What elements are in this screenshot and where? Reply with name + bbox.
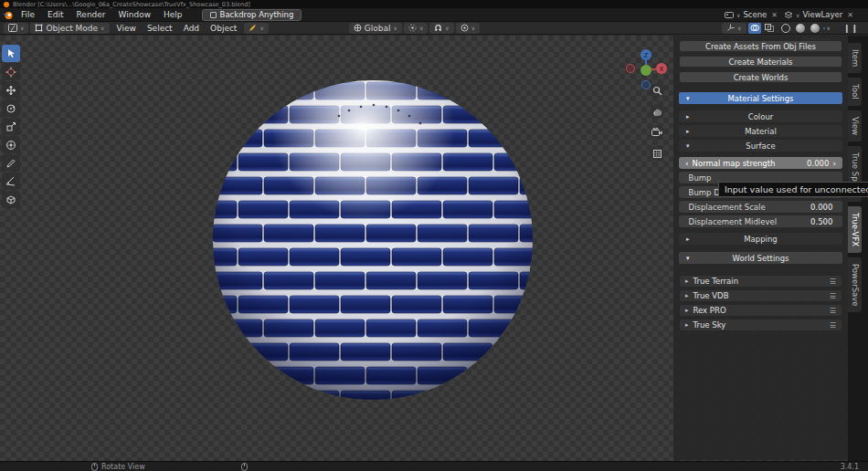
- section-header[interactable]: Material: [679, 125, 842, 137]
- viewport-menu-item[interactable]: View: [111, 24, 142, 33]
- shading-material-button[interactable]: [809, 23, 821, 34]
- close-icon[interactable]: ✕: [769, 11, 779, 19]
- scene-selector[interactable]: ∨ Scene ✕: [725, 10, 779, 19]
- addon-panels: ▸ True Terrain ☰ ▸ True VDB ☰ ▸ Rex PRO …: [679, 273, 842, 333]
- sidebar-tab[interactable]: PowerSave: [848, 257, 862, 313]
- overlays-toggle[interactable]: [748, 23, 761, 34]
- menu-item[interactable]: Window: [112, 10, 158, 19]
- addon-panel-header[interactable]: ▸ Rex PRO ☰: [679, 304, 842, 317]
- tool-select-box[interactable]: [2, 45, 20, 62]
- sidebar-tab[interactable]: View: [848, 110, 862, 141]
- menu-item[interactable]: Help: [157, 10, 189, 19]
- tool-transform[interactable]: [2, 136, 20, 153]
- panel-menu-icon[interactable]: ☰: [830, 307, 836, 315]
- panel-menu-icon[interactable]: ☰: [830, 321, 836, 330]
- viewport-menu-item[interactable]: Select: [142, 24, 178, 33]
- sidebar-tab[interactable]: Item: [848, 43, 862, 73]
- action-button[interactable]: Create Materials: [679, 56, 842, 68]
- blender-window: Blender [C:\Users\...\Google_06a_CreateS…: [0, 0, 868, 471]
- view-controls: [650, 83, 664, 161]
- section-header[interactable]: Colour: [679, 110, 842, 122]
- pivot-point-dropdown[interactable]: ∨: [404, 23, 428, 34]
- perspective-toggle-button[interactable]: [650, 146, 664, 161]
- chevron-down-icon: ∨: [259, 25, 263, 31]
- mode-label: Object Mode: [46, 24, 98, 33]
- field-label: Bump: [689, 173, 712, 183]
- action-button[interactable]: Create Assets From Obj Files: [679, 40, 842, 52]
- mapping-label: Mapping: [679, 235, 842, 244]
- tool-cursor[interactable]: [2, 63, 20, 80]
- brush-dropdown[interactable]: ∨: [244, 23, 268, 34]
- mouse-icon: [241, 463, 248, 471]
- shading-rendered-button[interactable]: [823, 27, 825, 29]
- viewport-header: ∨ Object Mode ∨ ViewSelectAddObject ∨ Gl…: [0, 21, 868, 35]
- addon-panel-header[interactable]: ▸ True Sky ☰: [679, 319, 842, 331]
- snapping-dropdown[interactable]: ∨: [429, 23, 453, 34]
- overlays-icon: [750, 24, 759, 32]
- increment-arrow-icon[interactable]: ›: [832, 159, 836, 168]
- tool-rotate[interactable]: [2, 99, 20, 117]
- decrement-arrow-icon[interactable]: ‹: [685, 159, 689, 168]
- tool-move[interactable]: [2, 81, 20, 99]
- zoom-view-button[interactable]: [650, 83, 664, 98]
- panel-menu-icon[interactable]: ☰: [830, 292, 836, 300]
- sidebar-tab-column: ItemToolViewTrue SpaceTrue-VFXPowerSave: [848, 36, 868, 461]
- shading-solid-button[interactable]: [794, 23, 807, 34]
- chevron-down-icon: ∨: [394, 25, 397, 31]
- field-label: Displacement Midlevel: [689, 217, 777, 226]
- value-slider[interactable]: ‹ Normal map strength 0.000 ›: [679, 157, 842, 169]
- tooltip-text: Input value used for unconnected socket.: [725, 184, 868, 194]
- section-header[interactable]: Surface: [679, 140, 842, 152]
- mouse-hint-secondary: [241, 463, 248, 471]
- brush-icon: [249, 24, 257, 32]
- panel-menu-icon[interactable]: ☰: [830, 277, 836, 286]
- chevron-down-icon: ∨: [796, 12, 799, 18]
- viewlayer-icon: [784, 11, 793, 19]
- tool-annotate[interactable]: [2, 154, 20, 172]
- tool-measure[interactable]: [2, 173, 20, 190]
- material-settings-header[interactable]: ▾ Material Settings: [679, 92, 842, 104]
- tool-add-primitive[interactable]: [2, 191, 20, 208]
- triangle-icon: [686, 113, 690, 120]
- transform-orientation-dropdown[interactable]: Global ∨: [349, 23, 402, 34]
- scene-viewlayer-selectors: ∨ Scene ✕ ∨ ViewLayer ✕: [725, 10, 868, 19]
- chevron-down-icon: ∨: [737, 25, 741, 31]
- viewport-menu-item[interactable]: Add: [178, 24, 205, 33]
- shading-wireframe-button[interactable]: [779, 23, 792, 34]
- addon-panel-label: True Terrain: [693, 277, 739, 286]
- blender-app-icon[interactable]: [0, 10, 15, 20]
- value-slider[interactable]: ‹ Displacement Scale 0.000 ›: [679, 201, 842, 213]
- addon-panel-header[interactable]: ▸ True VDB ☰: [679, 289, 842, 302]
- menu-item[interactable]: File: [15, 10, 41, 19]
- chevron-down-icon: ∨: [445, 25, 449, 31]
- value-slider[interactable]: ‹ Displacement Midlevel 0.500 ›: [679, 215, 842, 227]
- gizmos-dropdown[interactable]: ∨: [722, 23, 746, 34]
- pause-button[interactable]: ❙❙: [840, 24, 863, 33]
- viewlayer-selector[interactable]: ∨ ViewLayer ✕: [784, 10, 855, 19]
- tool-scale[interactable]: [2, 118, 20, 135]
- world-settings-header[interactable]: ▾ World Settings: [679, 252, 842, 264]
- pan-view-button[interactable]: [650, 104, 664, 119]
- orientation-icon: [354, 24, 362, 32]
- section-label: Surface: [679, 141, 842, 151]
- camera-view-button[interactable]: [650, 125, 664, 140]
- close-icon[interactable]: ✕: [845, 11, 855, 19]
- sidebar-tab[interactable]: True-VFX: [848, 206, 862, 253]
- triangle-icon: [686, 236, 690, 243]
- viewport-menu-item[interactable]: Object: [205, 24, 242, 33]
- addon-panel-header[interactable]: ▸ True Terrain ☰: [679, 275, 842, 288]
- addon-panel-label: Rex PRO: [693, 306, 726, 315]
- workspace-tab[interactable]: Backdrop Anything: [202, 9, 302, 21]
- mapping-section-header[interactable]: Mapping: [679, 233, 842, 245]
- menu-item[interactable]: Edit: [41, 10, 69, 19]
- mode-dropdown[interactable]: Object Mode ∨: [30, 23, 109, 34]
- action-button[interactable]: Create Worlds: [679, 71, 842, 83]
- xray-toggle[interactable]: [763, 23, 776, 34]
- rendered-sphere-object[interactable]: [212, 79, 534, 401]
- addon-panel-label: True VDB: [693, 291, 729, 300]
- main-menus: FileEditRenderWindowHelp: [15, 8, 189, 21]
- editor-type-dropdown[interactable]: ∨: [4, 23, 28, 34]
- menu-item[interactable]: Render: [70, 10, 112, 19]
- sidebar-tab[interactable]: Tool: [848, 78, 862, 106]
- proportional-editing-dropdown[interactable]: ∨: [456, 23, 480, 34]
